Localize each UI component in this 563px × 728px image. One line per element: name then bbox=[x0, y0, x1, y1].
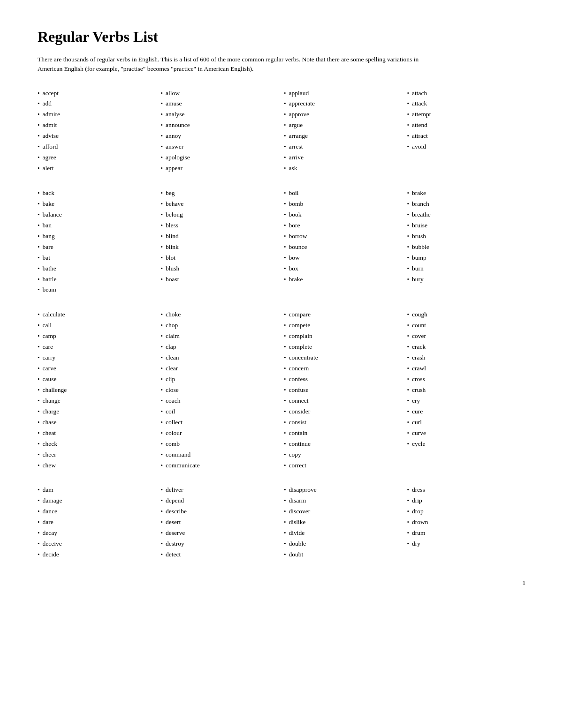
list-item: attach bbox=[407, 88, 526, 99]
list-item: compare bbox=[284, 309, 403, 320]
list-item: challenge bbox=[38, 385, 156, 396]
list-item: cover bbox=[407, 331, 526, 342]
list-item: clip bbox=[161, 374, 280, 385]
verb-column-b-section-3: brakebranchbreathebruisebrushbubblebumpb… bbox=[407, 188, 526, 295]
list-item: admire bbox=[38, 109, 156, 120]
verb-column-b-section-2: boilbombbookboreborrowbouncebowboxbrake bbox=[284, 188, 403, 295]
page-number: 1 bbox=[38, 579, 525, 586]
list-item: attempt bbox=[407, 109, 526, 120]
list-item: decay bbox=[38, 528, 156, 539]
list-item: dress bbox=[407, 485, 526, 495]
list-item: disapprove bbox=[284, 485, 403, 495]
list-item: clear bbox=[161, 363, 280, 374]
list-item: connect bbox=[284, 396, 403, 406]
list-item: cough bbox=[407, 309, 526, 320]
list-item: clap bbox=[161, 342, 280, 353]
verb-column-a-section-1: allowamuseanalyseannounceannoyanswerapol… bbox=[161, 88, 280, 174]
list-item: boast bbox=[161, 274, 280, 285]
list-item: copy bbox=[284, 450, 403, 460]
list-item: deserve bbox=[161, 528, 280, 539]
list-item: count bbox=[407, 320, 526, 331]
list-item: confess bbox=[284, 374, 403, 385]
list-item: cross bbox=[407, 374, 526, 385]
list-item: claim bbox=[161, 331, 280, 342]
verb-column-b-section-1: begbehavebelongblessblindblinkblotblushb… bbox=[161, 188, 280, 295]
list-item: bang bbox=[38, 231, 156, 242]
list-item: bow bbox=[284, 253, 403, 263]
list-item: concentrate bbox=[284, 353, 403, 363]
list-item: crack bbox=[407, 342, 526, 353]
list-item: borrow bbox=[284, 231, 403, 242]
list-item: cheat bbox=[38, 428, 156, 439]
list-item: camp bbox=[38, 331, 156, 342]
list-item: attend bbox=[407, 120, 526, 131]
verb-section-b-section: backbakebalancebanbangbarebatbathebattle… bbox=[38, 188, 525, 295]
list-item: admit bbox=[38, 120, 156, 131]
list-item: cry bbox=[407, 396, 526, 406]
list-item: attract bbox=[407, 131, 526, 142]
list-item: curl bbox=[407, 417, 526, 428]
list-item: back bbox=[38, 188, 156, 199]
verb-column-d-section-1: deliverdependdescribedesertdeservedestro… bbox=[161, 485, 280, 560]
list-item: accept bbox=[38, 88, 156, 99]
list-item: crawl bbox=[407, 363, 526, 374]
list-item: answer bbox=[161, 142, 280, 152]
list-item: dislike bbox=[284, 517, 403, 528]
list-item: balance bbox=[38, 210, 156, 220]
list-item: crash bbox=[407, 353, 526, 363]
list-item: breathe bbox=[407, 210, 526, 220]
list-item: afford bbox=[38, 142, 156, 152]
list-item: choke bbox=[161, 309, 280, 320]
verb-column-a-section-3: attachattackattemptattendattractavoid bbox=[407, 88, 526, 174]
list-item: add bbox=[38, 98, 156, 109]
list-item: disarm bbox=[284, 495, 403, 506]
verb-column-d-section-0: damdamagedancedaredecaydeceivedecide bbox=[38, 485, 156, 560]
list-item: divide bbox=[284, 528, 403, 539]
list-item: concern bbox=[284, 363, 403, 374]
list-item: dance bbox=[38, 506, 156, 517]
list-item: advise bbox=[38, 131, 156, 142]
list-item: applaud bbox=[284, 88, 403, 99]
list-item: consist bbox=[284, 417, 403, 428]
list-item: describe bbox=[161, 506, 280, 517]
verb-column-a-section-0: acceptaddadmireadmitadviseaffordagreeale… bbox=[38, 88, 156, 174]
list-item: collect bbox=[161, 417, 280, 428]
list-item: analyse bbox=[161, 109, 280, 120]
verb-column-d-section-2: disapprovedisarmdiscoverdislikedividedou… bbox=[284, 485, 403, 560]
list-item: change bbox=[38, 396, 156, 406]
list-item: dry bbox=[407, 539, 526, 549]
list-item: clean bbox=[161, 353, 280, 363]
list-item: care bbox=[38, 342, 156, 353]
list-item: ask bbox=[284, 163, 403, 174]
list-item: carry bbox=[38, 353, 156, 363]
list-item: blink bbox=[161, 242, 280, 253]
list-item: approve bbox=[284, 109, 403, 120]
list-item: bore bbox=[284, 220, 403, 231]
list-item: burn bbox=[407, 263, 526, 274]
list-item: correct bbox=[284, 460, 403, 471]
list-item: cheer bbox=[38, 450, 156, 460]
list-item: bounce bbox=[284, 242, 403, 253]
list-item: continue bbox=[284, 439, 403, 450]
list-item: ban bbox=[38, 220, 156, 231]
list-item: appear bbox=[161, 163, 280, 174]
list-item: announce bbox=[161, 120, 280, 131]
list-item: drop bbox=[407, 506, 526, 517]
list-item: chop bbox=[161, 320, 280, 331]
verb-column-c-section-3: coughcountcovercrackcrashcrawlcrosscrush… bbox=[407, 309, 526, 471]
list-item: coil bbox=[161, 406, 280, 417]
list-item: bat bbox=[38, 253, 156, 263]
list-item: discover bbox=[284, 506, 403, 517]
list-item: boil bbox=[284, 188, 403, 199]
list-item: crush bbox=[407, 385, 526, 396]
list-item: amuse bbox=[161, 98, 280, 109]
list-item: arrange bbox=[284, 131, 403, 142]
list-item: arrive bbox=[284, 152, 403, 163]
list-item: coach bbox=[161, 396, 280, 406]
list-item: double bbox=[284, 539, 403, 549]
list-item: cycle bbox=[407, 439, 526, 450]
list-item: beg bbox=[161, 188, 280, 199]
intro-text: There are thousands of regular verbs in … bbox=[38, 55, 422, 74]
verb-column-c-section-1: chokechopclaimclapcleanclearclipclosecoa… bbox=[161, 309, 280, 471]
list-item: brake bbox=[407, 188, 526, 199]
